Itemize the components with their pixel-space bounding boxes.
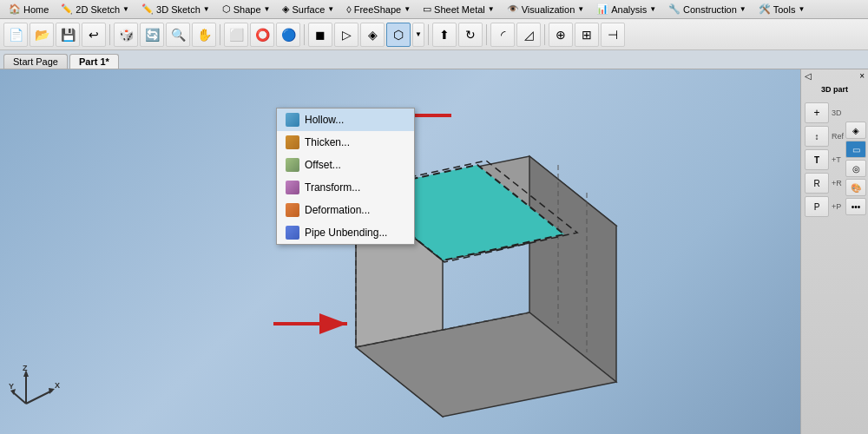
revolve-icon: ↻ xyxy=(465,28,476,42)
toolbar-open[interactable]: 📂 xyxy=(30,23,54,47)
toolbar-box[interactable]: ⬜ xyxy=(224,23,248,47)
panel-side-btn-1[interactable]: ◈ xyxy=(845,122,866,139)
toolbar-shape4[interactable]: ⬡ xyxy=(386,23,411,47)
toolbar-chamfer[interactable]: ◿ xyxy=(516,23,541,47)
menu-sheetmetal[interactable]: ▭ Sheet Metal ▼ xyxy=(418,2,500,16)
panel-label-r: +R xyxy=(832,179,842,187)
dropdown-item-thicken[interactable]: Thicken... xyxy=(277,131,414,154)
panel-side-btn-2[interactable]: ▭ xyxy=(845,141,866,158)
tab-startpage[interactable]: Start Page xyxy=(3,54,68,69)
transform-icon xyxy=(286,181,299,194)
menu-construction[interactable]: 🔧 Construction ▼ xyxy=(663,2,752,16)
panel-label-t: +T xyxy=(832,155,841,164)
chamfer-icon: ◿ xyxy=(524,28,534,42)
boolean-icon: ⊕ xyxy=(556,28,566,42)
svg-text:X: X xyxy=(55,381,60,390)
toolbar-rotate[interactable]: 🔄 xyxy=(140,23,164,47)
toolbar-boolean[interactable]: ⊕ xyxy=(549,23,573,47)
svg-text:Z: Z xyxy=(23,365,28,372)
panel-side-btn-4[interactable]: 🎨 xyxy=(845,179,866,196)
shape2-icon: ▷ xyxy=(342,28,352,42)
chevron-down-icon: ▼ xyxy=(798,5,805,13)
dropdown-item-offset[interactable]: Offset... xyxy=(277,154,414,176)
menubar: 🏠 Home ✏️ 2D Sketch ▼ ✏️ 3D Sketch ▼ ⬡ S… xyxy=(0,0,868,19)
toolbar-sep5 xyxy=(486,24,487,45)
chevron-down-icon: ▼ xyxy=(649,5,656,13)
dropdown-item-deformation[interactable]: Deformation... xyxy=(277,199,414,221)
toolbar-cylinder[interactable]: ⭕ xyxy=(250,23,274,47)
sketch2d-icon: ✏️ xyxy=(61,3,73,15)
panel-btn-t[interactable]: T xyxy=(805,149,829,170)
panel-btn-add[interactable]: + xyxy=(805,102,829,123)
panel-btn-ref[interactable]: ↕ xyxy=(805,126,829,147)
pattern-icon: ⊞ xyxy=(582,28,592,42)
panel-btn-r[interactable]: R xyxy=(805,173,829,194)
deformation-icon xyxy=(286,203,299,217)
shape3-icon: ◈ xyxy=(368,28,378,42)
menu-analysis[interactable]: 📊 Analysis ▼ xyxy=(591,2,661,16)
toolbar-pan[interactable]: ✋ xyxy=(192,23,216,47)
toolbar-shape2[interactable]: ▷ xyxy=(334,23,358,47)
dropdown-item-transform[interactable]: Transform... xyxy=(277,176,414,199)
panel-close-x[interactable]: × xyxy=(859,71,865,81)
box-icon: ⬜ xyxy=(229,28,244,42)
toolbar-shape3[interactable]: ◈ xyxy=(360,23,385,47)
shape-icon: ⬡ xyxy=(222,3,231,15)
panel-side-btn-3[interactable]: ◎ xyxy=(845,160,866,177)
sphere-icon: 🔵 xyxy=(281,28,296,42)
menu-3dsketch[interactable]: ✏️ 3D Sketch ▼ xyxy=(136,2,215,16)
toolbar-new[interactable]: 📄 xyxy=(3,23,28,47)
dropdown-item-pipeunbending[interactable]: Pipe Unbending... xyxy=(277,221,414,244)
chevron-down-icon: ▼ xyxy=(203,5,210,13)
pipeunbending-icon xyxy=(286,226,299,240)
chevron-down-icon: ▼ xyxy=(404,5,411,13)
zoom-icon: 🔍 xyxy=(171,28,186,42)
menu-shape[interactable]: ⬡ Shape ▼ xyxy=(217,2,276,16)
panel-side-buttons: ◈ ▭ ◎ 🎨 ••• xyxy=(845,122,866,215)
menu-surface[interactable]: ◈ Surface ▼ xyxy=(277,2,339,16)
toolbar-extrude[interactable]: ⬆ xyxy=(432,23,457,47)
toolbar-pattern[interactable]: ⊞ xyxy=(575,23,599,47)
toolbar-shape1[interactable]: ◼ xyxy=(308,23,332,47)
menu-home[interactable]: 🏠 Home xyxy=(3,2,54,16)
panel-label-ref: Ref xyxy=(832,132,844,141)
toolbar-mirror[interactable]: ⊣ xyxy=(601,23,625,47)
panel-collapse[interactable]: ◁ xyxy=(805,71,812,81)
hollow-icon xyxy=(286,113,299,127)
toolbar-sphere[interactable]: 🔵 xyxy=(276,23,300,47)
toolbar-revolve[interactable]: ↻ xyxy=(458,23,483,47)
3d-icon: 🎲 xyxy=(119,28,134,42)
toolbar-dropdown-arrow[interactable]: ▼ xyxy=(412,23,424,47)
toolbar-undo[interactable]: ↩ xyxy=(82,23,106,47)
panel-btn-p[interactable]: P xyxy=(805,196,829,217)
chevron-down-icon: ▼ xyxy=(327,5,334,13)
open-icon: 📂 xyxy=(35,28,49,42)
toolbar-save[interactable]: 💾 xyxy=(56,23,80,47)
tabbar: Start Page Part 1* xyxy=(0,50,868,69)
tab-part1[interactable]: Part 1* xyxy=(69,54,119,69)
panel-row-1: + 3D xyxy=(805,102,865,123)
toolbar-zoom[interactable]: 🔍 xyxy=(166,23,190,47)
svg-marker-17 xyxy=(49,388,55,394)
chevron-down-icon: ▼ xyxy=(122,5,129,13)
new-icon: 📄 xyxy=(9,28,23,42)
toolbar-sep4 xyxy=(428,24,429,45)
analysis-icon: 📊 xyxy=(596,3,608,15)
mirror-icon: ⊣ xyxy=(608,28,618,42)
toolbar-3d[interactable]: 🎲 xyxy=(114,23,138,47)
toolbar: 📄 📂 💾 ↩ 🎲 🔄 🔍 ✋ ⬜ ⭕ 🔵 ◼ ▷ ◈ ⬡ ▼ ⬆ ↻ ◜ ◿ … xyxy=(0,19,868,50)
undo-icon: ↩ xyxy=(89,28,99,42)
menu-visualization[interactable]: 👁️ Visualization ▼ xyxy=(502,2,589,16)
panel-label-p: +P xyxy=(832,202,841,211)
menu-freeshape[interactable]: ◊ FreeShape ▼ xyxy=(341,3,416,16)
axes-indicator: X Z Y xyxy=(9,365,61,417)
svg-line-18 xyxy=(13,392,26,404)
pan-icon: ✋ xyxy=(197,28,212,42)
viewport-area[interactable]: Hollow... Thicken... Offset... Transform… xyxy=(0,69,868,434)
toolbar-fillet[interactable]: ◜ xyxy=(490,23,515,47)
menu-2dsketch[interactable]: ✏️ 2D Sketch ▼ xyxy=(56,2,135,16)
menu-tools[interactable]: 🛠️ Tools ▼ xyxy=(753,2,811,16)
freeshape-icon: ◊ xyxy=(346,4,351,15)
dropdown-item-hollow[interactable]: Hollow... xyxy=(277,108,414,131)
panel-side-btn-5[interactable]: ••• xyxy=(845,198,866,215)
